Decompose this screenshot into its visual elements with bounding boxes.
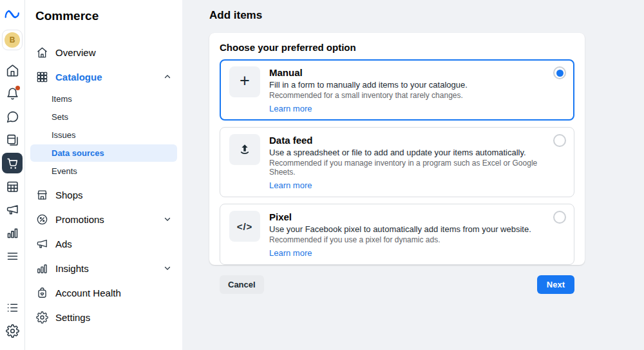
- sidebar-item-label: Catalogue: [55, 72, 102, 83]
- manual-radio[interactable]: [553, 66, 566, 79]
- add-items-card: Choose your preferred option + Manual Fi…: [209, 33, 585, 265]
- subitem-label: Data sources: [52, 148, 104, 158]
- notifications-icon[interactable]: [2, 83, 23, 104]
- meta-logo-icon[interactable]: [4, 8, 21, 21]
- chevron-down-icon[interactable]: [163, 264, 172, 273]
- upload-icon: [229, 134, 260, 165]
- catalogue-grid-icon: [35, 70, 48, 83]
- messages-icon[interactable]: [2, 106, 23, 127]
- pixel-radio[interactable]: [553, 211, 566, 224]
- home-icon[interactable]: [2, 60, 23, 81]
- page-title: Add items: [209, 9, 644, 22]
- learn-more-link[interactable]: Learn more: [269, 104, 312, 113]
- sidebar-item-insights[interactable]: Insights: [25, 256, 182, 280]
- sidebar-item-label: Promotions: [55, 214, 104, 225]
- sidebar-item-label: Ads: [55, 238, 72, 249]
- sidebar-item-overview[interactable]: Overview: [25, 40, 182, 64]
- storefront-icon: [35, 188, 48, 201]
- sidebar-item-ads[interactable]: Ads: [25, 231, 182, 256]
- card-heading: Choose your preferred option: [220, 42, 574, 53]
- learn-more-link[interactable]: Learn more: [269, 180, 312, 190]
- option-title: Data feed: [269, 135, 547, 146]
- sidebar-item-label: Insights: [55, 263, 89, 274]
- option-recommendation: Recommended if you manage inventory in a…: [269, 159, 547, 177]
- main-content: Add items Choose your preferred option +…: [182, 0, 644, 350]
- option-pixel[interactable]: </> Pixel Use your Facebook pixel to aut…: [220, 204, 574, 265]
- option-title: Manual: [269, 67, 547, 78]
- next-button[interactable]: Next: [537, 275, 574, 294]
- sidebar-item-label: Overview: [55, 47, 96, 58]
- subitem-label: Events: [52, 166, 77, 176]
- account-health-bag-icon: [35, 286, 48, 299]
- subitem-label: Issues: [52, 130, 76, 140]
- option-recommendation: Recommended for a small inventory that r…: [269, 91, 547, 100]
- chevron-down-icon[interactable]: [163, 215, 172, 224]
- option-title: Pixel: [269, 211, 547, 222]
- data-feed-radio[interactable]: [553, 134, 566, 147]
- sidebar-subitem-sets[interactable]: Sets: [30, 108, 177, 126]
- learn-more-link[interactable]: Learn more: [269, 248, 312, 258]
- ads-megaphone-icon: [35, 237, 48, 250]
- avatar-initial: B: [5, 32, 20, 48]
- sidebar: Commerce Overview Catalogue Items: [25, 0, 182, 350]
- commerce-cart-icon[interactable]: [2, 153, 23, 173]
- overview-home-icon: [35, 46, 48, 59]
- sidebar-subitem-events[interactable]: Events: [30, 162, 177, 180]
- option-recommendation: Recommended if you use a pixel for dynam…: [269, 235, 547, 244]
- sidebar-item-settings[interactable]: Settings: [25, 305, 182, 329]
- sidebar-item-label: Account Health: [55, 287, 121, 298]
- settings-gear-icon: [35, 311, 48, 324]
- sidebar-item-promotions[interactable]: Promotions: [25, 207, 182, 231]
- notification-dot: [15, 86, 20, 90]
- sidebar-item-label: Shops: [55, 190, 83, 200]
- sidebar-item-shops[interactable]: Shops: [25, 182, 182, 207]
- tasks-icon[interactable]: [2, 297, 23, 318]
- app-title: Commerce: [35, 9, 172, 23]
- sidebar-item-label: Settings: [55, 312, 90, 323]
- sidebar-item-catalogue[interactable]: Catalogue: [25, 64, 182, 89]
- planner-icon[interactable]: [2, 176, 23, 197]
- subitem-label: Items: [52, 94, 72, 104]
- menu-icon[interactable]: [2, 246, 23, 266]
- option-manual[interactable]: + Manual Fill in a form to manually add …: [220, 59, 574, 121]
- option-description: Fill in a form to manually add items to …: [269, 80, 547, 90]
- plus-icon: +: [229, 66, 260, 97]
- insights-chart-icon: [35, 262, 48, 275]
- sidebar-subitem-items[interactable]: Items: [30, 90, 177, 108]
- rail-settings-icon[interactable]: [2, 320, 23, 341]
- option-description: Use your Facebook pixel to automatically…: [269, 224, 547, 234]
- sidebar-subitem-issues[interactable]: Issues: [30, 126, 177, 144]
- cancel-button[interactable]: Cancel: [220, 275, 264, 294]
- business-avatar[interactable]: B: [2, 30, 23, 50]
- percent-badge-icon: [35, 213, 48, 226]
- code-icon: </>: [229, 211, 260, 242]
- subitem-label: Sets: [52, 112, 68, 122]
- sidebar-subitem-data-sources[interactable]: Data sources: [30, 144, 177, 162]
- commerce-manager-app: B: [0, 0, 644, 350]
- icon-rail: B: [0, 0, 25, 350]
- orders-icon[interactable]: [2, 130, 23, 150]
- chevron-up-icon[interactable]: [163, 72, 172, 81]
- option-data-feed[interactable]: Data feed Use a spreadsheet or file to a…: [220, 127, 574, 197]
- catalogue-subnav: Items Sets Issues Data sources Events: [25, 90, 182, 180]
- option-description: Use a spreadsheet or file to add and upd…: [269, 148, 547, 157]
- sidebar-item-account-health[interactable]: Account Health: [25, 280, 182, 305]
- megaphone-icon[interactable]: [2, 199, 23, 220]
- card-footer: Cancel Next: [220, 275, 574, 294]
- insights-rail-icon[interactable]: [2, 222, 23, 243]
